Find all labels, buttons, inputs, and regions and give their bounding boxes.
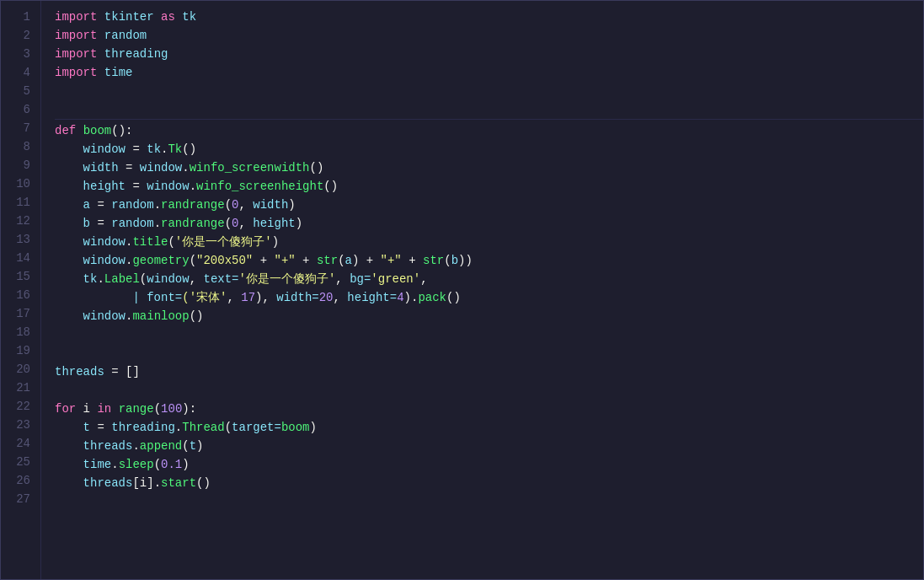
line-number: 21 (1, 379, 40, 397)
code-line: threads[i].start() (55, 474, 923, 492)
line-number: 19 (1, 341, 40, 360)
line-number: 22 (1, 397, 40, 416)
code-line: import tkinter as tk (55, 8, 923, 26)
code-line: t = threading.Thread(target=boom) (55, 418, 923, 437)
code-line (55, 325, 923, 344)
line-number: 8 (1, 137, 40, 156)
line-number: 24 (1, 434, 40, 453)
line-number: 18 (1, 323, 40, 341)
code-line: tk.Label(window, text='你是一个傻狗子', bg='gre… (55, 270, 923, 288)
line-number: 14 (1, 249, 40, 267)
code-line: import time (55, 63, 923, 82)
line-number: 5 (1, 82, 40, 100)
code-line: a = random.randrange(0, width) (55, 196, 923, 214)
line-number: 23 (1, 416, 40, 434)
line-number: 4 (1, 63, 40, 82)
line-number: 7 (1, 119, 40, 137)
line-number: 6 (1, 100, 40, 119)
line-number: 3 (1, 45, 40, 63)
code-content[interactable]: import tkinter as tkimport randomimport … (41, 1, 923, 579)
line-number: 1 (1, 8, 40, 26)
code-line: window.title('你是一个傻狗子') (55, 233, 923, 251)
code-line: for i in range(100): (55, 400, 923, 418)
line-number: 17 (1, 304, 40, 323)
line-number: 12 (1, 212, 40, 230)
line-number: 2 (1, 26, 40, 45)
code-line (55, 492, 923, 511)
code-line (55, 82, 923, 100)
code-line: width = window.winfo_screenwidth() (55, 158, 923, 177)
line-number: 27 (1, 490, 40, 508)
code-line: def boom(): (55, 121, 923, 140)
code-line (55, 381, 923, 400)
line-number: 16 (1, 286, 40, 304)
line-number: 15 (1, 267, 40, 286)
code-line (55, 100, 923, 120)
code-area: 1234567891011121314151617181920212223242… (1, 1, 923, 579)
code-line: threads.append(t) (55, 437, 923, 455)
code-editor: 1234567891011121314151617181920212223242… (0, 0, 924, 580)
code-line: window.geometry("200x50" + "+" + str(a) … (55, 251, 923, 270)
code-line: height = window.winfo_screenheight() (55, 177, 923, 196)
code-line: import random (55, 26, 923, 45)
line-numbers: 1234567891011121314151617181920212223242… (1, 1, 41, 579)
line-number: 13 (1, 230, 40, 249)
line-number: 26 (1, 471, 40, 490)
code-line: time.sleep(0.1) (55, 455, 923, 474)
code-line: window = tk.Tk() (55, 140, 923, 158)
code-line: | font=('宋体', 17), width=20, height=4).p… (55, 288, 923, 307)
code-line: import threading (55, 45, 923, 63)
line-number: 9 (1, 156, 40, 175)
code-line: window.mainloop() (55, 307, 923, 325)
line-number: 11 (1, 193, 40, 212)
line-number: 10 (1, 175, 40, 193)
code-line (55, 344, 923, 362)
code-line: threads = [] (55, 362, 923, 381)
line-number: 25 (1, 453, 40, 471)
line-number: 20 (1, 360, 40, 379)
code-line: b = random.randrange(0, height) (55, 214, 923, 233)
